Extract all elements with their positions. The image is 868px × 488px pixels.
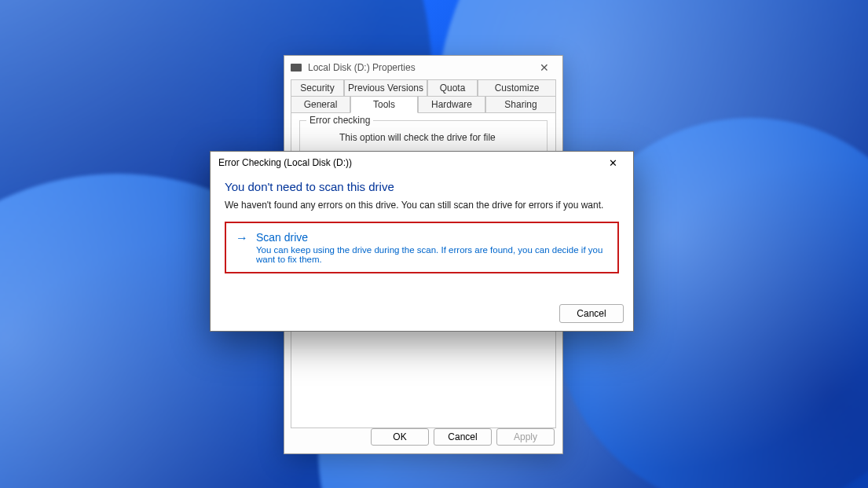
- close-icon[interactable]: ✕: [600, 154, 625, 171]
- dialog-headline: You don't need to scan this drive: [225, 180, 619, 193]
- cancel-button[interactable]: Cancel: [434, 428, 492, 446]
- arrow-right-icon: →: [236, 231, 248, 264]
- apply-button: Apply: [496, 428, 555, 446]
- close-icon[interactable]: ✕: [533, 61, 556, 74]
- dialog-subtext: We haven't found any errors on this driv…: [225, 200, 619, 211]
- ok-button[interactable]: OK: [371, 428, 429, 446]
- properties-title: Local Disk (D:) Properties: [308, 62, 533, 73]
- drive-icon: [291, 64, 302, 72]
- properties-titlebar[interactable]: Local Disk (D:) Properties ✕: [284, 56, 562, 79]
- tab-customize[interactable]: Customize: [478, 79, 556, 96]
- group-label: Error checking: [306, 115, 373, 126]
- group-text: This option will check the drive for fil…: [308, 132, 539, 143]
- dialog-cancel-button[interactable]: Cancel: [559, 304, 624, 323]
- tab-sharing[interactable]: Sharing: [485, 96, 556, 113]
- dialog-titlebar[interactable]: Error Checking (Local Disk (D:)) ✕: [211, 152, 633, 174]
- error-checking-group: Error checking This option will check th…: [299, 120, 548, 152]
- scan-drive-option[interactable]: → Scan drive You can keep using the driv…: [225, 222, 619, 273]
- error-checking-dialog: Error Checking (Local Disk (D:)) ✕ You d…: [210, 151, 634, 332]
- tab-previous-versions[interactable]: Previous Versions: [344, 79, 427, 96]
- dialog-title: Error Checking (Local Disk (D:)): [218, 157, 600, 168]
- scan-drive-title: Scan drive: [256, 231, 608, 244]
- tab-hardware[interactable]: Hardware: [418, 96, 485, 113]
- tab-tools[interactable]: Tools: [350, 96, 418, 113]
- tab-quota[interactable]: Quota: [427, 79, 478, 96]
- tab-security[interactable]: Security: [291, 79, 344, 96]
- tab-general[interactable]: General: [291, 96, 350, 113]
- scan-drive-desc: You can keep using the drive during the …: [256, 245, 608, 264]
